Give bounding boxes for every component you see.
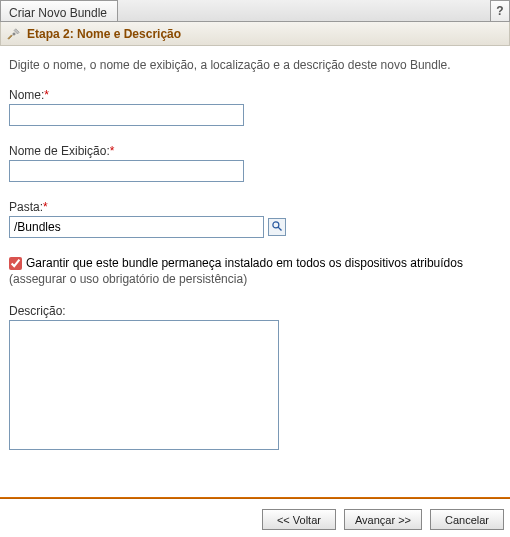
persist-checkbox[interactable] (9, 257, 22, 270)
name-input[interactable] (9, 104, 244, 126)
help-icon: ? (496, 4, 503, 18)
browse-folder-button[interactable] (268, 218, 286, 236)
svg-rect-0 (12, 32, 16, 36)
magnifier-icon (271, 220, 283, 235)
folder-required: * (43, 200, 48, 214)
tab-spacer (118, 0, 490, 21)
step-bar: Etapa 2: Nome e Descrição (0, 22, 510, 46)
display-name-label: Nome de Exibição: (9, 144, 110, 158)
persist-note: (assegurar o uso obrigatório de persistê… (9, 272, 501, 286)
description-textarea[interactable] (9, 320, 279, 450)
wizard-buttons: << Voltar Avançar >> Cancelar (0, 509, 510, 537)
svg-point-1 (273, 221, 279, 227)
display-name-required: * (110, 144, 115, 158)
tools-icon (7, 27, 21, 41)
next-button[interactable]: Avançar >> (344, 509, 422, 530)
tab-label: Criar Novo Bundle (9, 6, 107, 20)
wizard-content: Digite o nome, o nome de exibição, a loc… (0, 46, 510, 479)
footer-separator (0, 497, 510, 499)
back-button[interactable]: << Voltar (262, 509, 336, 530)
name-required: * (44, 88, 49, 102)
folder-input[interactable] (9, 216, 264, 238)
field-folder: Pasta:* (9, 200, 501, 238)
help-button[interactable]: ? (490, 0, 510, 21)
display-name-input[interactable] (9, 160, 244, 182)
persist-checkbox-label: Garantir que este bundle permaneça insta… (26, 256, 463, 270)
step-title: Etapa 2: Nome e Descrição (27, 27, 181, 41)
field-display-name: Nome de Exibição:* (9, 144, 501, 182)
folder-label: Pasta: (9, 200, 43, 214)
intro-text: Digite o nome, o nome de exibição, a loc… (9, 58, 501, 72)
tab-bar: Criar Novo Bundle ? (0, 0, 510, 22)
display-name-label-row: Nome de Exibição:* (9, 144, 501, 158)
name-label: Nome: (9, 88, 44, 102)
persist-checkbox-row: Garantir que este bundle permaneça insta… (9, 256, 501, 270)
cancel-button[interactable]: Cancelar (430, 509, 504, 530)
name-label-row: Nome:* (9, 88, 501, 102)
tab-create-bundle[interactable]: Criar Novo Bundle (0, 0, 118, 21)
field-name: Nome:* (9, 88, 501, 126)
description-label: Descrição: (9, 304, 501, 318)
folder-label-row: Pasta:* (9, 200, 501, 214)
field-description: Descrição: (9, 304, 501, 453)
svg-line-2 (278, 227, 281, 230)
